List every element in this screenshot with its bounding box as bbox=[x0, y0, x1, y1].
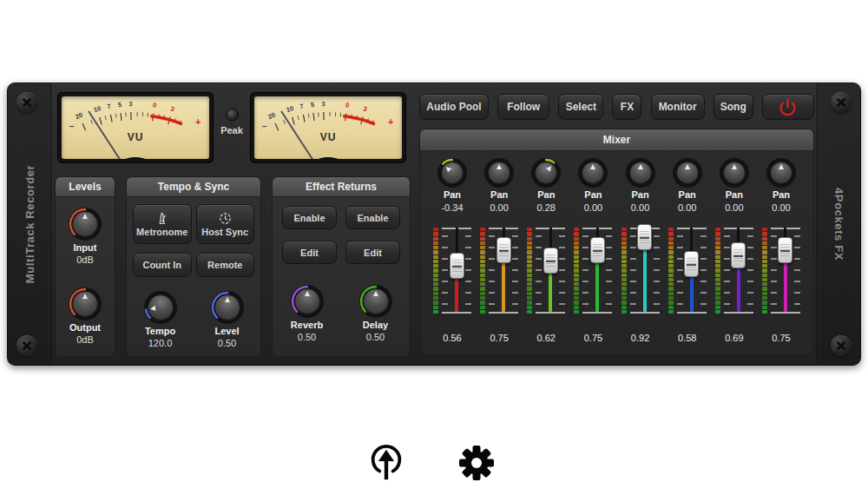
fader-track[interactable] bbox=[771, 228, 800, 314]
reverb-return-knob[interactable] bbox=[291, 285, 324, 318]
mixer-channels: Pan -0.34 0.56 Pan 0.00 bbox=[420, 151, 813, 343]
tempo-knob-label: Tempo bbox=[145, 326, 175, 336]
fader-track[interactable] bbox=[630, 228, 660, 314]
delay-edit-button[interactable]: Edit bbox=[345, 241, 400, 264]
fader-handle[interactable] bbox=[778, 237, 792, 263]
metronome-label: Metronome bbox=[136, 227, 187, 237]
peak-label: Peak bbox=[219, 125, 245, 135]
pan-knob[interactable] bbox=[531, 158, 561, 188]
pan-value: 0.00 bbox=[678, 202, 696, 215]
pan-knob[interactable] bbox=[673, 158, 702, 188]
tempo-sync-panel: Tempo & Sync Metronome Host Sync Count I… bbox=[126, 176, 261, 357]
metronome-button[interactable]: Metronome bbox=[133, 204, 192, 244]
led-meter bbox=[480, 228, 485, 314]
fader-value: 0.62 bbox=[537, 333, 556, 343]
pan-label: Pan bbox=[773, 189, 790, 202]
tempo-sync-title: Tempo & Sync bbox=[127, 177, 260, 197]
fader-track[interactable] bbox=[677, 228, 707, 314]
mixer-channel: Pan 0.00 0.69 bbox=[713, 158, 756, 343]
pan-knob[interactable] bbox=[578, 158, 608, 188]
led-meter bbox=[433, 228, 438, 314]
mixer-channel: Pan -0.34 0.56 bbox=[431, 158, 474, 343]
delay-knob-value: 0.50 bbox=[366, 332, 385, 342]
pan-value: 0.00 bbox=[631, 202, 649, 215]
song-button[interactable]: Song bbox=[713, 94, 753, 120]
host-sync-button[interactable]: Host Sync bbox=[196, 204, 255, 244]
screw-icon bbox=[16, 92, 37, 113]
screw-icon bbox=[831, 92, 852, 113]
fader-value: 0.92 bbox=[631, 333, 649, 343]
pan-knob[interactable] bbox=[484, 158, 514, 188]
fader-handle[interactable] bbox=[543, 248, 558, 274]
fx-button[interactable]: FX bbox=[612, 94, 641, 120]
fader-handle[interactable] bbox=[450, 253, 464, 279]
monitor-button[interactable]: Monitor bbox=[651, 94, 705, 120]
fader-group bbox=[762, 228, 800, 314]
pan-label: Pan bbox=[726, 189, 743, 202]
effect-returns-title: Effect Returns bbox=[273, 177, 410, 197]
fader-handle[interactable] bbox=[496, 237, 511, 263]
settings-button[interactable] bbox=[458, 445, 495, 485]
svg-text:10: 10 bbox=[93, 104, 102, 114]
fader-track[interactable] bbox=[442, 228, 471, 314]
reverb-enable-button[interactable]: Enable bbox=[282, 206, 337, 229]
fader-handle[interactable] bbox=[637, 224, 652, 250]
click-level-knob[interactable] bbox=[211, 291, 244, 324]
mixer-panel: Mixer Pan -0.34 0.56 Pan 0. bbox=[419, 129, 814, 355]
count-in-button[interactable]: Count In bbox=[133, 253, 192, 277]
remote-button[interactable]: Remote bbox=[196, 253, 255, 277]
input-gain-knob[interactable] bbox=[69, 208, 102, 241]
fader-group bbox=[621, 228, 660, 314]
mixer-channel: Pan 0.00 0.75 bbox=[760, 158, 803, 343]
mixer-channel: Pan 0.00 0.92 bbox=[619, 158, 662, 343]
screw-icon bbox=[831, 335, 852, 356]
power-icon bbox=[779, 98, 797, 116]
audio-pool-button[interactable]: Audio Pool bbox=[419, 94, 489, 120]
level-knob-label: Level bbox=[214, 326, 239, 336]
select-button[interactable]: Select bbox=[558, 94, 603, 120]
delay-enable-button[interactable]: Enable bbox=[345, 206, 400, 229]
fader-handle[interactable] bbox=[590, 237, 605, 263]
pan-knob[interactable] bbox=[626, 158, 655, 188]
pan-label: Pan bbox=[679, 189, 696, 202]
pan-value: 0.28 bbox=[537, 202, 556, 215]
output-knob-value: 0dB bbox=[76, 334, 94, 345]
fader-handle[interactable] bbox=[731, 242, 746, 268]
svg-text:3: 3 bbox=[128, 100, 132, 108]
led-meter bbox=[621, 228, 627, 314]
led-meter bbox=[527, 228, 532, 314]
metronome-icon bbox=[155, 212, 168, 225]
mixer-channel: Pan 0.28 0.62 bbox=[524, 158, 568, 343]
peak-indicator: Peak bbox=[219, 109, 245, 135]
pan-knob[interactable] bbox=[720, 158, 749, 188]
pan-knob[interactable] bbox=[437, 158, 467, 188]
delay-return-knob[interactable] bbox=[359, 285, 392, 318]
fader-track[interactable] bbox=[724, 228, 753, 314]
brand-vertical: 4Pockets FX bbox=[832, 188, 845, 261]
fader-track[interactable] bbox=[489, 228, 518, 314]
host-sync-label: Host Sync bbox=[201, 227, 248, 237]
output-gain-knob[interactable] bbox=[69, 287, 102, 320]
power-button[interactable] bbox=[762, 94, 814, 120]
svg-text:3: 3 bbox=[362, 104, 367, 113]
svg-text:5: 5 bbox=[117, 101, 122, 109]
reverb-edit-button[interactable]: Edit bbox=[282, 241, 337, 264]
fader-handle[interactable] bbox=[684, 251, 699, 277]
tempo-knob[interactable] bbox=[144, 291, 177, 324]
rack-rail-right: 4Pockets FX bbox=[817, 83, 860, 365]
levels-panel: Levels Input 0dB Output 0dB bbox=[55, 176, 115, 357]
fader-track[interactable] bbox=[582, 228, 612, 314]
fader-group bbox=[480, 228, 518, 314]
svg-text:5: 5 bbox=[310, 101, 314, 109]
vu-meter-face: 201075303−+VU bbox=[62, 96, 209, 159]
follow-button[interactable]: Follow bbox=[497, 94, 549, 120]
pan-knob[interactable] bbox=[766, 158, 796, 188]
tempo-knob-value: 120.0 bbox=[148, 338, 173, 348]
upload-button[interactable] bbox=[366, 441, 406, 486]
svg-text:VU: VU bbox=[128, 131, 144, 143]
mixer-channel: Pan 0.00 0.58 bbox=[666, 158, 709, 343]
pan-value: 0.00 bbox=[772, 202, 790, 215]
svg-text:−: − bbox=[69, 122, 75, 131]
fader-track[interactable] bbox=[536, 228, 565, 314]
app-page: MultiTrack Recorder 4Pockets FX 20107530… bbox=[0, 0, 868, 489]
